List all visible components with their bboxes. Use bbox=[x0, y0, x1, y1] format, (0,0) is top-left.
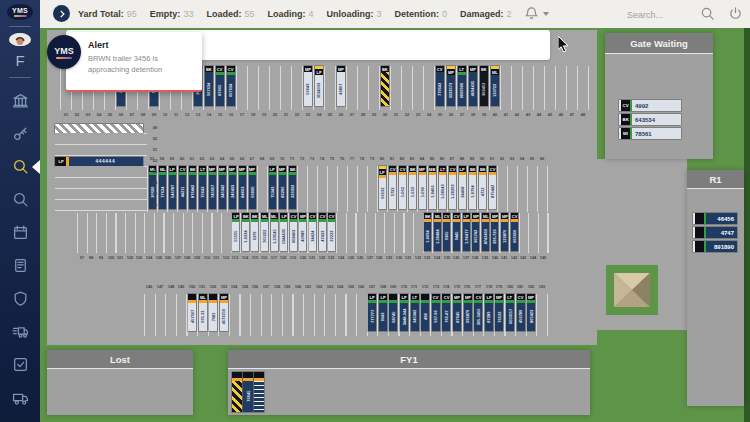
trailer-slot-38[interactable]: MP4694435 bbox=[469, 66, 477, 106]
search-input[interactable] bbox=[625, 5, 704, 25]
trailer-slot-89[interactable]: BK1-0794 bbox=[469, 166, 476, 209]
trailer-slot-69[interactable]: LP75342 bbox=[269, 166, 276, 209]
trailer-slot-169[interactable]: 08745 bbox=[389, 294, 397, 331]
trailer-slot-81[interactable]: CV5732 bbox=[389, 166, 396, 209]
trailer-slot-23[interactable]: MP56643 bbox=[304, 66, 312, 106]
trailer-slot-171[interactable]: LT345342 bbox=[411, 294, 419, 331]
trailer-slot-84[interactable]: MP1-096 bbox=[419, 166, 426, 209]
sidebar-expand-button[interactable] bbox=[53, 5, 70, 22]
trailer-slot-116[interactable]: ML765222 bbox=[261, 213, 268, 251]
trailer-slot-123[interactable]: CV22222 bbox=[328, 213, 335, 251]
sidebar-item-truck[interactable] bbox=[0, 389, 40, 406]
sidebar-item-document[interactable] bbox=[0, 257, 40, 274]
trailer-slot-86[interactable]: LT1-00643 bbox=[439, 166, 446, 209]
sidebar-item-search-alt[interactable] bbox=[0, 191, 40, 208]
trailer-slot-71[interactable]: BK333333 bbox=[289, 166, 296, 209]
gate-trailer[interactable]: BK643534 bbox=[619, 114, 681, 125]
gate-trailer[interactable]: MI78561 bbox=[619, 128, 681, 139]
trailer-slot-178[interactable]: LP87289 bbox=[485, 294, 493, 331]
trailer-slot-141[interactable]: MP123876 bbox=[501, 213, 508, 251]
trailer-slot-121[interactable]: CV34424 bbox=[309, 213, 316, 251]
trailer-slot-82[interactable]: CV1-062 bbox=[399, 166, 406, 209]
trailer-slot-139[interactable]: ML8743456 bbox=[482, 213, 489, 251]
fy1-trailer[interactable] bbox=[254, 372, 264, 412]
trailer-slot-173[interactable]: CV567-96 bbox=[432, 294, 440, 331]
trailer-slot-177[interactable]: CV365-5456 bbox=[474, 294, 482, 331]
trailer-slot-83[interactable]: BK1-633 bbox=[409, 166, 416, 209]
trailer-slot-179[interactable]: MP76532 bbox=[495, 294, 503, 331]
trailer-slot-140[interactable]: MP396-726 bbox=[491, 213, 498, 251]
trailer-slot-135[interactable]: CV9365 bbox=[443, 213, 450, 251]
trailer-slot-167[interactable]: LP777777 bbox=[368, 294, 376, 331]
sidebar-item-truck-fast[interactable] bbox=[0, 323, 40, 340]
trailer-slot-113[interactable]: LP55555 bbox=[232, 213, 239, 251]
trailer-slot-91[interactable]: CV875442 bbox=[489, 166, 496, 209]
trailer-slot-37[interactable]: LT0069900 bbox=[458, 66, 466, 106]
trailer-slot-16[interactable]: CV667634 bbox=[227, 66, 235, 106]
trailer-slot-26[interactable]: MP43867 bbox=[337, 66, 345, 106]
trailer-slot-133[interactable]: BK1-0694 bbox=[424, 213, 431, 251]
trailer-slot-176[interactable]: MP096879 bbox=[464, 294, 472, 331]
trailer-slot-52[interactable]: LP444444 bbox=[55, 157, 143, 166]
trailer-slot-120[interactable]: MP40989 bbox=[299, 213, 306, 251]
fy1-trailer[interactable]: 76645 bbox=[243, 372, 253, 412]
trailer-slot-119[interactable]: CV008463 bbox=[290, 213, 297, 251]
gate-trailer[interactable]: CV4992 bbox=[619, 100, 681, 111]
trailer-slot-15[interactable]: CV87665 bbox=[216, 66, 224, 106]
trailer-slot-62[interactable]: LT75643 bbox=[199, 166, 206, 209]
trailer-slot-66[interactable]: MP84663 bbox=[239, 166, 246, 209]
trailer-slot-138[interactable]: MP365742 bbox=[472, 213, 479, 251]
trailer-slot-152[interactable]: 7681 bbox=[209, 294, 217, 331]
sidebar-item-task-check[interactable] bbox=[0, 356, 40, 373]
trailer-slot-180[interactable]: LT0003117 bbox=[506, 294, 514, 331]
trailer-slot-115[interactable]: BK6379 bbox=[251, 213, 258, 251]
yms-logo[interactable]: YMS bbox=[7, 4, 33, 20]
trailer-slot-39[interactable]: BK306453 bbox=[480, 66, 488, 106]
r1-trailer[interactable]: 46456 bbox=[693, 213, 737, 224]
trailer-slot-174[interactable]: CV765-87 bbox=[442, 294, 450, 331]
trailer-slot-61[interactable]: BK876442 bbox=[189, 166, 196, 209]
trailer-slot-64[interactable]: MP345342 bbox=[219, 166, 226, 209]
trailer-slot-70[interactable]: MP86206 bbox=[279, 166, 286, 209]
trailer-slot-49[interactable] bbox=[55, 124, 143, 133]
trailer-slot-60[interactable]: CV44211 bbox=[179, 166, 186, 209]
sidebar-item-calendar[interactable] bbox=[0, 224, 40, 241]
trailer-slot-134[interactable]: ML1-30484 bbox=[434, 213, 441, 251]
trailer-slot-88[interactable]: LP34468 bbox=[459, 166, 466, 209]
trailer-slot-30[interactable]: BK bbox=[381, 66, 389, 106]
notifications-bell-icon[interactable] bbox=[524, 6, 539, 25]
search-icon[interactable] bbox=[700, 6, 715, 25]
trailer-slot-182[interactable]: MP865423 bbox=[527, 294, 535, 331]
trailer-slot-153[interactable]: MP4573210 bbox=[220, 294, 228, 331]
trailer-slot-63[interactable]: MP745667 bbox=[209, 166, 216, 209]
trailer-slot-67[interactable]: MP66000 bbox=[249, 166, 256, 209]
trailer-slot-122[interactable]: CV47422 bbox=[319, 213, 326, 251]
trailer-slot-35[interactable]: CV779543 bbox=[436, 66, 444, 106]
trailer-slot-40[interactable]: ML133722 bbox=[491, 66, 499, 106]
trailer-slot-142[interactable]: CV666666 bbox=[511, 213, 518, 251]
sidebar-item-shield[interactable] bbox=[0, 290, 40, 307]
r1-trailer[interactable]: 891890 bbox=[693, 241, 737, 252]
sidebar-item-search[interactable] bbox=[0, 158, 40, 175]
trailer-slot-168[interactable]: LP0643 bbox=[379, 294, 387, 331]
trailer-slot-80[interactable]: LP66532 bbox=[379, 166, 386, 209]
sidebar-item-key[interactable] bbox=[0, 125, 40, 142]
trailer-slot-90[interactable]: BK4712 bbox=[479, 166, 486, 209]
trailer-slot-137[interactable]: LP1-96477 bbox=[463, 213, 470, 251]
trailer-slot-170[interactable]: LP3448-344 bbox=[400, 294, 408, 331]
trailer-slot-136[interactable]: CV9445 bbox=[453, 213, 460, 251]
trailer-slot-85[interactable]: MB1-0466 bbox=[429, 166, 436, 209]
trailer-slot-181[interactable]: CV456789 bbox=[517, 294, 525, 331]
notifications-caret-icon[interactable] bbox=[543, 12, 549, 16]
alert-popup[interactable]: YMS Alert BRWN trailer 3456 is approachi… bbox=[66, 32, 202, 92]
trailer-slot-36[interactable]: MP3333573 bbox=[447, 66, 455, 106]
avatar[interactable] bbox=[9, 33, 31, 47]
trailer-slot-65[interactable]: MP245433 bbox=[229, 166, 236, 209]
trailer-slot-117[interactable]: ML1-23545 bbox=[271, 213, 278, 251]
r1-trailer[interactable]: 4747 bbox=[693, 227, 737, 238]
trailer-slot-172[interactable]: 498 bbox=[421, 294, 429, 331]
trailer-slot-118[interactable]: LP1344435 bbox=[280, 213, 287, 251]
fy1-trailer[interactable] bbox=[232, 372, 242, 412]
profile-letter[interactable]: F bbox=[15, 52, 24, 69]
power-icon[interactable] bbox=[728, 6, 743, 25]
